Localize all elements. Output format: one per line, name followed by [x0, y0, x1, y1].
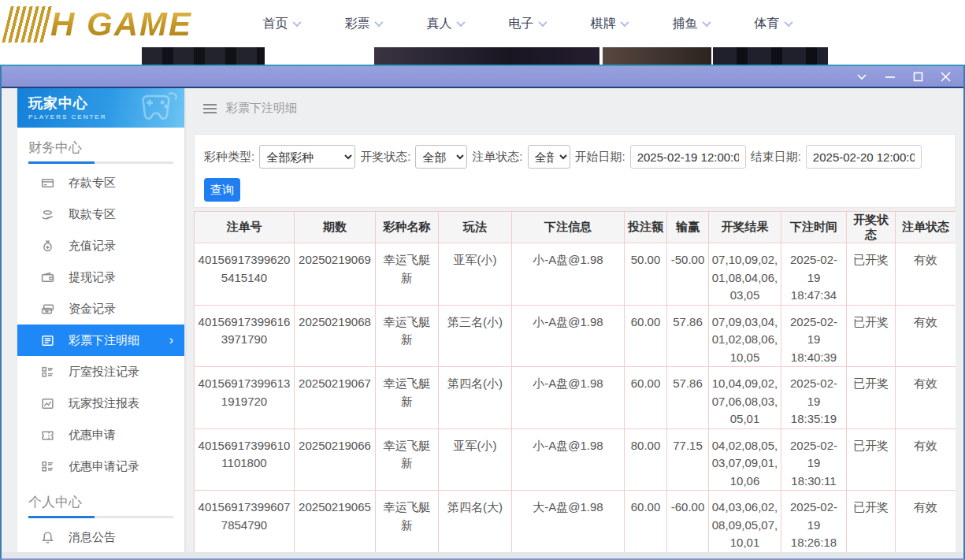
table-cell: 04,03,06,02,08,09,05,07,10,01	[709, 491, 781, 553]
draw-status-label: 开奖状态:	[360, 150, 410, 165]
sidebar-section-title-1: 个人中心	[28, 493, 173, 511]
breadcrumb: 彩票下注明细	[203, 101, 297, 116]
nav-item-0[interactable]: 首页	[240, 0, 322, 47]
table-row: 40156917399610110180020250219066幸运飞艇新亚军(…	[195, 428, 956, 491]
table-cell: 亚军(小)	[439, 428, 512, 491]
lottery-type-label: 彩种类型:	[204, 150, 254, 165]
menu-toggle-icon[interactable]	[203, 104, 217, 113]
table-cell: -50.00	[667, 243, 709, 306]
bets-table: 注单号期数彩种名称玩法下注信息投注额输赢开奖结果下注时间开奖状态注单状态 401…	[194, 211, 956, 552]
table-cell: 已开奖	[847, 367, 896, 429]
lottery-type-select[interactable]: 全部彩种	[259, 145, 355, 169]
sidebar-item-label: 消息公告	[69, 530, 116, 545]
page: H GAME 首页彩票真人电子棋牌捕鱼体育 玩家中心 PLAYERS CENTE…	[0, 0, 965, 560]
table-cell: 401569173996205415140	[195, 243, 295, 306]
order-status-label: 注单状态:	[472, 150, 522, 165]
chevron-down-icon	[292, 18, 301, 27]
table-cell: 57.86	[667, 305, 709, 367]
table-cell: 亚军(小)	[439, 243, 512, 306]
table-cell: 大-A盘@1.98	[512, 491, 625, 553]
table-cell: 小-A盘@1.98	[512, 243, 625, 306]
table-cell: 2025-02-19 18:40:39	[781, 305, 847, 367]
sidebar-menu: 财务中心存款专区›取款专区›充值记录›提现记录›资金记录›彩票下注明细›厅室投注…	[17, 139, 184, 552]
panel-chevron-down-icon[interactable]	[856, 73, 867, 80]
chevron-right-icon: ›	[169, 333, 173, 347]
sidebar-item-player-bet-report[interactable]: 玩家投注报表›	[17, 388, 184, 419]
sidebar-item-recharge-record[interactable]: 充值记录›	[17, 230, 184, 261]
nav-item-6[interactable]: 体育	[732, 0, 814, 47]
search-button[interactable]: 查询	[204, 178, 240, 202]
table-cell: 60.00	[625, 367, 667, 429]
table-cell: 有效	[896, 491, 956, 553]
promo-records-icon	[41, 460, 54, 473]
table-cell: 2025-02-19 18:47:34	[781, 243, 847, 306]
promo-apply-icon	[41, 428, 54, 442]
sidebar-item-withdraw-record[interactable]: 提现记录›	[17, 261, 184, 293]
table-body: 40156917399620541514020250219069幸运飞艇新亚军(…	[195, 243, 956, 553]
sidebar-item-bell[interactable]: 消息公告›	[17, 521, 184, 552]
chevron-down-icon	[456, 18, 465, 27]
draw-status-select[interactable]: 全部	[415, 145, 467, 169]
table-cell: 401569173996077854790	[195, 491, 295, 553]
window-titlebar	[2, 66, 963, 87]
top-navbar: H GAME 首页彩票真人电子棋牌捕鱼体育	[0, 0, 965, 47]
start-date-input[interactable]	[630, 145, 746, 169]
sidebar-item-label: 彩票下注明细	[69, 333, 139, 348]
minimize-icon[interactable]	[885, 73, 896, 80]
table-row: 40156917399620541514020250219069幸运飞艇新亚军(…	[195, 243, 956, 306]
nav-item-4[interactable]: 棋牌	[568, 0, 650, 47]
sidebar-item-hall-bet-records[interactable]: 厅室投注记录›	[17, 356, 184, 388]
sidebar-item-deposit-card[interactable]: 存款专区›	[17, 167, 184, 198]
close-icon[interactable]	[941, 72, 951, 82]
table-cell: 已开奖	[847, 491, 896, 553]
table-cell: 已开奖	[847, 305, 896, 367]
page-title: 彩票下注明细	[226, 101, 297, 116]
table-cell: 已开奖	[847, 428, 896, 491]
table-cell: 小-A盘@1.98	[512, 367, 625, 429]
window-content: 玩家中心 PLAYERS CENTER 财务中心存款专区›取款专区›充值记录›提…	[2, 88, 963, 558]
table-cell: 07,10,09,02,01,08,04,06,03,05	[709, 243, 781, 306]
table-cell: 有效	[896, 305, 956, 367]
order-status-select[interactable]: 全部	[528, 145, 570, 169]
table-cell: 20250219068	[295, 305, 376, 367]
column-header: 开奖结果	[709, 212, 781, 243]
nav-item-1[interactable]: 彩票	[322, 0, 404, 47]
nav-item-3[interactable]: 电子	[486, 0, 568, 47]
nav-item-2[interactable]: 真人	[404, 0, 486, 47]
maximize-icon[interactable]	[913, 72, 923, 82]
sidebar-item-label: 充值记录	[69, 239, 116, 254]
nav-item-label: 捕鱼	[673, 16, 698, 32]
site-logo[interactable]: H GAME	[6, 3, 192, 46]
section-divider	[28, 516, 173, 518]
chevron-down-icon	[784, 18, 792, 27]
sidebar-item-funds-record[interactable]: 资金记录›	[17, 293, 184, 325]
end-date-input[interactable]	[806, 145, 922, 169]
chevron-down-icon	[374, 18, 383, 27]
nav-item-label: 真人	[427, 16, 452, 32]
player-bet-report-icon	[41, 397, 54, 410]
sidebar-item-promo-records[interactable]: 优惠申请记录›	[17, 451, 184, 482]
table-cell: 第四名(大)	[439, 491, 512, 553]
window-bottom-frame	[2, 552, 963, 558]
background-banner-fragment	[603, 47, 711, 65]
table-cell: 有效	[896, 243, 956, 306]
nav-item-label: 体育	[755, 16, 780, 32]
sidebar-section-title-0: 财务中心	[28, 139, 173, 157]
hall-bet-records-icon	[41, 365, 54, 379]
nav-item-label: 电子	[509, 16, 534, 32]
table-cell: 80.00	[625, 428, 667, 491]
table-cell: 20250219065	[295, 491, 376, 553]
table-cell: 第三名(小)	[439, 305, 512, 367]
table-cell: 401569173996131919720	[195, 367, 295, 429]
column-header: 下注信息	[512, 212, 625, 243]
table-cell: 幸运飞艇新	[376, 428, 439, 491]
sidebar-item-lottery-bet-detail[interactable]: 彩票下注明细›	[17, 325, 184, 356]
sidebar-item-withdraw-hand[interactable]: 取款专区›	[17, 198, 184, 230]
nav-item-5[interactable]: 捕鱼	[650, 0, 732, 47]
table-header-row: 注单号期数彩种名称玩法下注信息投注额输赢开奖结果下注时间开奖状态注单状态	[195, 212, 956, 243]
start-date-label: 开始日期:	[575, 150, 625, 165]
sidebar-item-promo-apply[interactable]: 优惠申请›	[17, 419, 184, 451]
chevron-down-icon	[538, 18, 547, 27]
table-cell: 有效	[896, 367, 956, 429]
table-cell: 60.00	[625, 491, 667, 553]
